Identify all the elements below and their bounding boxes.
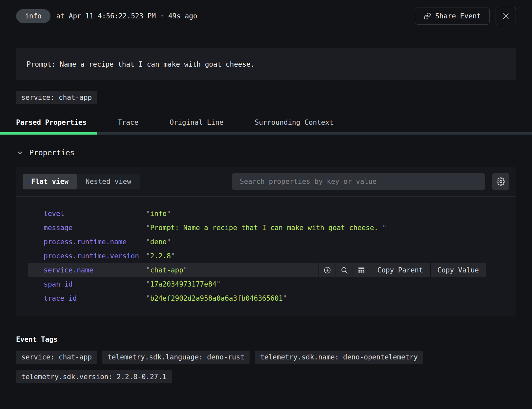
event-body: Prompt: Name a recipe that I can make wi… [0, 48, 532, 383]
property-value: "info" [146, 210, 171, 218]
plus-circle-icon [323, 266, 331, 274]
properties-settings-button[interactable] [492, 173, 509, 190]
add-filter-button[interactable] [318, 263, 336, 277]
property-row-level[interactable]: level "info" [28, 206, 486, 221]
copy-parent-button[interactable]: Copy Parent [370, 263, 430, 277]
event-header: info at Apr 11 4:56:22.523 PM · 49s ago … [0, 0, 532, 32]
properties-search-input[interactable] [232, 173, 485, 190]
add-column-button[interactable] [353, 263, 370, 277]
property-value: "Prompt: Name a recipe that I can make w… [146, 224, 386, 232]
property-value: "b24ef2902d2a958a0a6a3fb046365601" [146, 294, 287, 302]
property-row-actions: Copy Parent Copy Value [318, 263, 486, 277]
properties-panel: Flat view Nested view level "info" messa… [16, 167, 516, 316]
link-icon [424, 12, 431, 20]
tab-original-line[interactable]: Original Line [159, 113, 234, 132]
chevron-down-icon [16, 149, 24, 157]
table-icon [358, 266, 365, 274]
view-toggle: Flat view Nested view [23, 174, 140, 189]
property-value: "chat-app" [146, 266, 187, 274]
properties-section-header[interactable]: Properties [16, 148, 516, 157]
event-tag-chip[interactable]: telemetry.sdk.version: 2.2.8-0.27.1 [16, 370, 172, 383]
event-tags-title: Event Tags [16, 335, 516, 343]
property-row-process-runtime-version[interactable]: process.runtime.version "2.2.8" [28, 249, 486, 263]
property-key: process.runtime.version [44, 252, 146, 260]
property-value: "17a2034973177e84" [146, 280, 221, 288]
event-tag-chip[interactable]: telemetry.sdk.name: deno-opentelemetry [255, 351, 423, 364]
property-key: span_id [44, 280, 146, 288]
share-event-button[interactable]: Share Event [415, 8, 490, 25]
property-row-trace-id[interactable]: trace_id "b24ef2902d2a958a0a6a3fb0463656… [28, 291, 486, 305]
property-row-process-runtime-name[interactable]: process.runtime.name "deno" [28, 235, 486, 249]
event-tag-chip[interactable]: telemetry.sdk.language: deno-rust [102, 351, 250, 364]
event-timestamp: at Apr 11 4:56:22.523 PM · 49s ago [56, 12, 197, 20]
nested-view-button[interactable]: Nested view [77, 174, 140, 189]
tab-surrounding-context[interactable]: Surrounding Context [244, 113, 344, 132]
properties-toolbar: Flat view Nested view [16, 167, 516, 197]
event-detail-panel: info at Apr 11 4:56:22.523 PM · 49s ago … [0, 0, 532, 409]
property-value: "deno" [146, 238, 171, 246]
property-key: service.name [44, 266, 146, 274]
service-tag-chip[interactable]: service: chat-app [16, 91, 97, 104]
close-icon [501, 12, 510, 20]
search-icon [340, 266, 348, 274]
property-row-message[interactable]: message "Prompt: Name a recipe that I ca… [28, 221, 486, 235]
tab-parsed-properties[interactable]: Parsed Properties [0, 113, 97, 132]
tab-trace[interactable]: Trace [107, 113, 149, 132]
property-row-service-name[interactable]: service.name "chat-app" [28, 263, 486, 277]
properties-section-title: Properties [29, 148, 74, 157]
property-key: process.runtime.name [44, 238, 146, 246]
flat-view-button[interactable]: Flat view [23, 174, 77, 189]
detail-tabs: Parsed Properties Trace Original Line Su… [16, 113, 516, 132]
gear-icon [497, 177, 505, 186]
copy-value-button[interactable]: Copy Value [430, 263, 486, 277]
event-message-preview: Prompt: Name a recipe that I can make wi… [16, 48, 516, 80]
property-key: level [44, 210, 146, 218]
event-tag-chip[interactable]: service: chat-app [16, 351, 97, 364]
share-event-label: Share Event [435, 12, 481, 20]
property-key: message [44, 224, 146, 232]
event-tag-list: service: chat-app telemetry.sdk.language… [16, 351, 492, 383]
search-value-button[interactable] [336, 263, 353, 277]
property-key: trace_id [44, 294, 146, 302]
header-actions: Share Event [415, 7, 516, 25]
close-button[interactable] [496, 7, 516, 25]
property-row-span-id[interactable]: span_id "17a2034973177e84" [28, 277, 486, 291]
properties-table: level "info" message "Prompt: Name a rec… [16, 197, 516, 316]
property-value: "2.2.8" [146, 252, 175, 260]
level-badge: info [16, 9, 51, 23]
